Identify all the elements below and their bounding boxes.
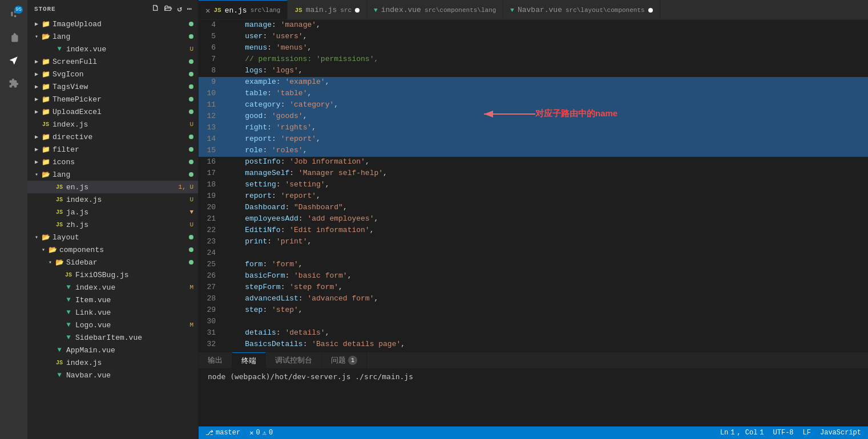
terminal-content[interactable]: node (webpack)/hot/dev-server.js ./src/m… (199, 369, 868, 426)
line-number: 14 (199, 134, 227, 145)
tree-item-index-vue-lang[interactable]: ▶ ▼ index.vue U (27, 43, 198, 55)
tree-item-index-js-layout[interactable]: ▶ JS index.js (27, 356, 198, 369)
panel-tab-output[interactable]: 输出 (199, 352, 232, 368)
status-dot (189, 59, 193, 64)
panel-tab-problems[interactable]: 问题 1 (322, 352, 367, 368)
errors-count[interactable]: ✕ 0 ⚠ 0 (247, 429, 275, 437)
tab-path: src\components\lang (425, 7, 496, 14)
tree-item-logo-vue[interactable]: ▶ ▼ Logo.vue M (27, 319, 198, 331)
line-content: BasicsDetails: 'Basic details page', (227, 339, 868, 351)
explorer-icon[interactable] (3, 27, 24, 48)
item-label: filter (53, 145, 187, 154)
tree-item-tagsview[interactable]: ▶ 📁 TagsView (27, 80, 198, 93)
line-content: user: 'users', (227, 31, 868, 43)
js-file-icon: JS (55, 220, 64, 229)
tree-item-components[interactable]: ▾ 📂 components (27, 243, 198, 256)
tree-item-index-vue-sidebar[interactable]: ▶ ▼ index.vue M (27, 281, 198, 294)
tree-item-lang-parent[interactable]: ▾ 📂 lang (27, 30, 198, 43)
sidebar-section-header[interactable]: STORE 🗋 🗁 ↺ ⋯ (27, 0, 198, 18)
tree-item-link-vue[interactable]: ▶ ▼ Link.vue (27, 306, 198, 319)
vue-file-icon: ▼ (64, 333, 73, 342)
tree-item-navbar-vue[interactable]: ▶ ▼ Navbar.vue (27, 369, 198, 381)
folder-icon: 📂 (55, 258, 64, 267)
status-dot (189, 84, 193, 89)
line-content: menus: 'menus', (227, 43, 868, 54)
item-label: TagsView (53, 83, 187, 91)
tab-index-vue[interactable]: ▼ index.vue src\components\lang (367, 0, 503, 20)
item-label: Sidebar (66, 258, 187, 267)
line-number: 25 (199, 259, 227, 271)
line-number: 13 (199, 123, 227, 134)
tree-item-sidebar-folder[interactable]: ▾ 📂 Sidebar (27, 256, 198, 269)
file-tree: ▶ 📁 ImageUpload ▾ 📂 lang ▶ ▼ index.vue U… (27, 18, 198, 439)
line-number: 23 (199, 237, 227, 248)
arrow-icon: ▾ (32, 171, 41, 178)
item-label: index.js (66, 359, 193, 367)
item-label: index.js (66, 196, 187, 204)
js-file-icon: JS (64, 270, 73, 279)
cursor-position[interactable]: Ln 1, Col 1 (718, 429, 766, 437)
panel-tab-terminal[interactable]: 终端 (232, 352, 266, 368)
line-content: // permissions: 'permissions', (227, 54, 868, 66)
tab-path: src\lang (251, 7, 281, 14)
arrow-icon: ▶ (32, 158, 41, 165)
code-editor[interactable]: 4 manage: 'manage',5 user: 'users',6 men… (199, 20, 868, 352)
source-control-icon[interactable] (3, 50, 24, 71)
line-ending[interactable]: LF (801, 429, 813, 437)
tree-item-appmain-vue[interactable]: ▶ ▼ AppMain.vue (27, 344, 198, 356)
line-number: 7 (199, 54, 227, 66)
item-label: SvgIcon (53, 70, 187, 79)
tree-item-filter[interactable]: ▶ 📁 filter (27, 143, 198, 156)
tree-item-sidebaritem-vue[interactable]: ▶ ▼ SidebarItem.vue (27, 331, 198, 344)
js-icon: JS (294, 7, 302, 14)
warning-icon: ⚠ (263, 429, 267, 437)
line-number: 11 (199, 100, 227, 111)
tree-item-item-vue[interactable]: ▶ ▼ Item.vue (27, 294, 198, 306)
tree-item-screenfull[interactable]: ▶ 📁 ScreenFull (27, 55, 198, 68)
vue-icon: ▼ (374, 7, 378, 14)
tab-main-js[interactable]: JS main.js src (288, 0, 367, 20)
tree-item-svgicon[interactable]: ▶ 📁 SvgIcon (27, 68, 198, 80)
tree-item-imageupload[interactable]: ▶ 📁 ImageUpload (27, 18, 198, 30)
git-icon[interactable]: ⑆ 95 (3, 5, 24, 25)
status-dot (189, 147, 193, 152)
tab-navbar-vue[interactable]: ▼ Navbar.vue src\layout\components (503, 0, 660, 20)
line-content: form: 'form', (227, 259, 868, 271)
status-dot (189, 22, 193, 26)
extensions-icon[interactable] (3, 73, 24, 94)
tree-item-index-js-lang[interactable]: ▶ JS index.js U (27, 193, 198, 206)
tree-item-index-js-store[interactable]: ▶ JS index.js U (27, 118, 198, 131)
tree-item-zh-js[interactable]: ▶ JS zh.js U ◀ (27, 218, 198, 231)
tree-item-ja-js[interactable]: ▶ JS ja.js ▼ (27, 206, 198, 218)
tree-item-layout[interactable]: ▾ 📂 layout (27, 231, 198, 243)
item-label: AppMain.vue (66, 346, 193, 355)
line-content: report: 'report', (227, 191, 868, 202)
collapse-icon[interactable]: ⋯ (186, 3, 193, 14)
new-file-icon[interactable]: 🗋 (150, 3, 161, 14)
item-label: ScreenFull (53, 58, 187, 66)
js-file-icon: JS (55, 195, 64, 204)
tree-item-themepicker[interactable]: ▶ 📁 ThemePicker (27, 93, 198, 105)
tab-en-js[interactable]: ✕ JS en.js src\lang (199, 0, 288, 20)
status-dot (189, 34, 193, 39)
tree-item-uploadexcel[interactable]: ▶ 📁 UploadExcel (27, 105, 198, 118)
code-table: 4 manage: 'manage',5 user: 'users',6 men… (199, 20, 868, 352)
item-label: FixiOSBug.js (75, 271, 193, 279)
panel-tab-debug[interactable]: 调试控制台 (266, 352, 322, 368)
line-content: print: 'print', (227, 237, 868, 248)
item-label: ThemePicker (53, 95, 187, 104)
tree-item-en-js[interactable]: ▶ JS en.js 1, U (27, 181, 198, 193)
tab-path: src\layout\components (566, 7, 645, 14)
tree-item-icons[interactable]: ▶ 📁 icons (27, 156, 198, 168)
encoding[interactable]: UTF-8 (771, 429, 796, 437)
line-number: 5 (199, 31, 227, 43)
refresh-icon[interactable]: ↺ (176, 3, 183, 14)
language-mode[interactable]: JavaScript (818, 429, 863, 437)
tree-item-lang-child[interactable]: ▾ 📂 lang ◀ (27, 168, 198, 181)
tree-item-fixiosbug[interactable]: ▶ JS FixiOSBug.js (27, 269, 198, 281)
tree-item-directive[interactable]: ▶ 📁 directive (27, 131, 198, 143)
folder-icon: 📁 (41, 95, 50, 104)
new-folder-icon[interactable]: 🗁 (163, 3, 173, 14)
git-branch[interactable]: ⎇ master (203, 429, 243, 437)
close-icon[interactable]: ✕ (205, 6, 210, 15)
